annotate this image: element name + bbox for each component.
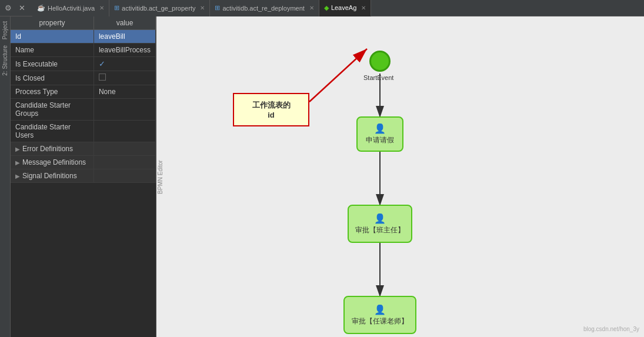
property-cell: Is Executable — [11, 57, 94, 71]
table-row[interactable]: Name leaveBillProcess — [11, 44, 156, 57]
side-labels: Project 2: Structure — [0, 16, 11, 337]
table-row-group[interactable]: ▶Error Definitions — [11, 142, 156, 156]
tab-close-btn[interactable]: ✕ — [200, 5, 205, 11]
start-event-label: StartEvent — [363, 74, 393, 81]
tooltip-box: 工作流表的 id — [233, 93, 309, 126]
value-cell — [94, 142, 155, 156]
user-icon-1: 👤 — [374, 123, 386, 134]
value-cell[interactable] — [94, 71, 155, 85]
checkbox-empty — [99, 74, 106, 81]
value-cell[interactable] — [94, 121, 155, 142]
tabs-container: ☕ HelloActiviti.java ✕ ⊞ activitidb.act_… — [32, 0, 644, 16]
db-icon: ⊞ — [215, 4, 220, 12]
property-cell: ▶Message Definitions — [11, 156, 94, 169]
task-label-1: 申请请假 — [366, 135, 394, 145]
property-cell: Candidate Starter Users — [11, 121, 94, 142]
tooltip-line1: 工作流表的 — [240, 100, 302, 111]
table-row[interactable]: Candidate Starter Groups — [11, 99, 156, 121]
tab-close-btn[interactable]: ✕ — [309, 5, 314, 11]
property-cell: Process Type — [11, 85, 94, 99]
property-cell: ▶Signal Definitions — [11, 169, 94, 183]
value-cell[interactable]: None — [94, 85, 155, 99]
diagram-area[interactable]: BPMN Editor 工作流表的 id StartEvent — [156, 16, 644, 337]
table-row[interactable]: Is Executable ✓ — [11, 57, 156, 71]
properties-table: property value Id leaveBill Name leaveBi… — [11, 16, 156, 183]
table-row-group[interactable]: ▶Message Definitions — [11, 156, 156, 169]
tab-bar: ⚙ ✕ ☕ HelloActiviti.java ✕ ⊞ activitidb.… — [0, 0, 644, 16]
table-row-group[interactable]: ▶Signal Definitions — [11, 169, 156, 183]
tab-bar-controls: ⚙ ✕ — [2, 2, 32, 14]
tab-hello-activiti[interactable]: ☕ HelloActiviti.java ✕ — [32, 0, 109, 16]
annotation-arrow — [156, 16, 644, 337]
value-cell[interactable]: ✓ — [94, 57, 155, 71]
value-cell[interactable] — [94, 99, 155, 121]
properties-panel: property value Id leaveBill Name leaveBi… — [11, 16, 156, 337]
flow-icon: ◆ — [324, 4, 329, 12]
tab-label: activitidb.act_ge_property — [122, 5, 195, 12]
task-node-3[interactable]: 👤 审批【任课老师】 — [343, 296, 416, 334]
tooltip-line2: id — [240, 111, 302, 119]
property-cell: Id — [11, 30, 94, 44]
task-node-2[interactable]: 👤 审批【班主任】 — [348, 205, 412, 243]
watermark: blog.csdn.net/hon_3y — [583, 326, 639, 332]
tab-close-btn[interactable]: ✕ — [361, 5, 366, 11]
value-cell — [94, 169, 155, 183]
structure-label[interactable]: 2: Structure — [1, 43, 9, 78]
tab-close-btn[interactable]: ✕ — [99, 5, 104, 11]
expand-arrow-icon: ▶ — [15, 173, 20, 179]
table-row[interactable]: Process Type None — [11, 85, 156, 99]
tab-label: activitidb.act_re_deployment — [222, 5, 304, 12]
java-icon: ☕ — [37, 4, 45, 12]
close-icon[interactable]: ✕ — [16, 2, 28, 14]
tab-leave-ag[interactable]: ◆ LeaveAg ✕ — [319, 0, 371, 16]
table-row[interactable]: Id leaveBill — [11, 30, 156, 44]
tab-act-ge-property[interactable]: ⊞ activitidb.act_ge_property ✕ — [109, 0, 210, 16]
flow-arrows — [156, 16, 644, 337]
expand-arrow-icon: ▶ — [15, 159, 20, 166]
tab-label: LeaveAg — [331, 4, 356, 11]
svg-line-1 — [309, 49, 367, 102]
value-cell — [94, 156, 155, 169]
main-layout: Project 2: Structure property value Id l… — [0, 16, 644, 337]
bpmn-editor-label: BPMN Editor — [157, 160, 163, 194]
task-label-2: 审批【班主任】 — [355, 225, 405, 235]
table-row[interactable]: Is Closed — [11, 71, 156, 85]
settings-icon[interactable]: ⚙ — [2, 2, 14, 14]
tab-act-re-deployment[interactable]: ⊞ activitidb.act_re_deployment ✕ — [210, 0, 319, 16]
property-cell: Name — [11, 44, 94, 57]
start-event-node[interactable] — [369, 51, 391, 72]
property-header: property — [11, 16, 94, 30]
property-cell: ▶Error Definitions — [11, 142, 94, 156]
value-header: value — [94, 16, 155, 30]
user-icon-2: 👤 — [374, 213, 386, 224]
db-icon: ⊞ — [114, 4, 119, 12]
tab-label: HelloActiviti.java — [48, 5, 95, 12]
checkbox-checked: ✓ — [99, 59, 105, 68]
value-cell[interactable]: leaveBill — [94, 30, 155, 44]
value-cell[interactable]: leaveBillProcess — [94, 44, 155, 57]
user-icon-3: 👤 — [374, 304, 386, 315]
project-label[interactable]: Project — [1, 19, 9, 42]
task-label-3: 审批【任课老师】 — [352, 316, 408, 326]
property-cell: Is Closed — [11, 71, 94, 85]
task-node-1[interactable]: 👤 申请请假 — [356, 116, 403, 152]
table-row[interactable]: Candidate Starter Users — [11, 121, 156, 142]
property-cell: Candidate Starter Groups — [11, 99, 94, 121]
expand-arrow-icon: ▶ — [15, 146, 20, 152]
